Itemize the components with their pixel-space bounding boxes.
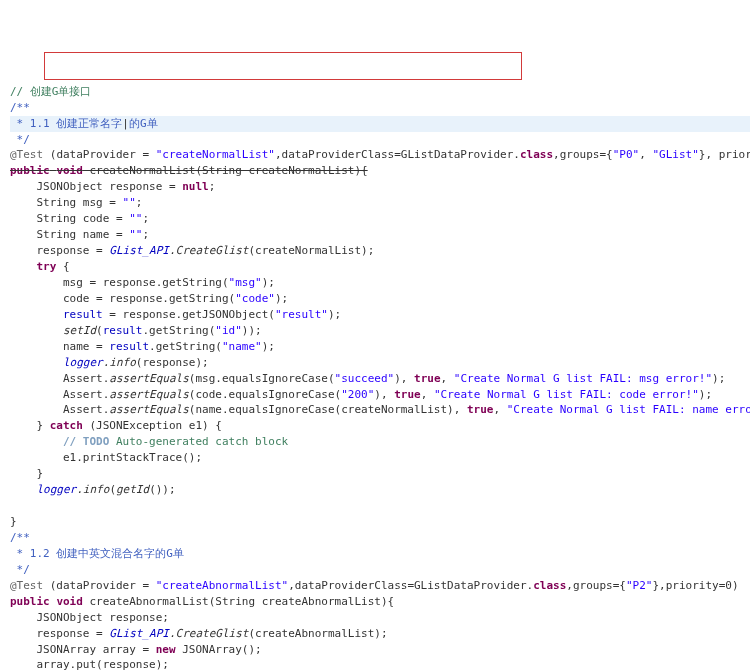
code-line: @Test (dataProvider = "createNormalList"… bbox=[10, 148, 750, 161]
code-line: logger.info(response); bbox=[10, 356, 209, 369]
code-line: Assert.assertEquals(name.equalsIgnoreCas… bbox=[10, 403, 750, 416]
code-line: setId(result.getString("id")); bbox=[10, 324, 262, 337]
code-line: array.put(response); bbox=[10, 658, 169, 671]
code-line: /** bbox=[10, 531, 30, 544]
code-line: // 创建G单接口 bbox=[10, 85, 92, 98]
code-line: String name = ""; bbox=[10, 228, 149, 241]
code-editor[interactable]: // 创建G单接口 /** * 1.1 创建正常名字|的G单 */ @Test … bbox=[10, 68, 750, 672]
code-line: logger.info(getId()); bbox=[10, 483, 176, 496]
code-line: public void createAbnormalList(String cr… bbox=[10, 595, 394, 608]
code-line: } bbox=[10, 515, 17, 528]
code-line: /** bbox=[10, 101, 30, 114]
code-line: */ bbox=[10, 563, 30, 576]
code-line: Assert.assertEquals(code.equalsIgnoreCas… bbox=[10, 388, 712, 401]
code-line: String code = ""; bbox=[10, 212, 149, 225]
code-line: String msg = ""; bbox=[10, 196, 142, 209]
code-line: * 1.2 创建中英文混合名字的G单 bbox=[10, 547, 184, 560]
code-line: public void createNormalList(String crea… bbox=[10, 164, 368, 177]
code-line: code = response.getString("code"); bbox=[10, 292, 288, 305]
code-line: Assert.assertEquals(msg.equalsIgnoreCase… bbox=[10, 372, 725, 385]
code-line: // TODO Auto-generated catch block bbox=[10, 435, 288, 448]
code-line: try { bbox=[10, 260, 70, 273]
code-line: } bbox=[10, 467, 43, 480]
code-line: response = GList_API.CreateGlist(createN… bbox=[10, 244, 374, 257]
code-line: e1.printStackTrace(); bbox=[10, 451, 202, 464]
code-line: } catch (JSONException e1) { bbox=[10, 419, 222, 432]
code-line: name = result.getString("name"); bbox=[10, 340, 275, 353]
code-line: result = response.getJSONObject("result"… bbox=[10, 308, 341, 321]
code-line: JSONObject response = null; bbox=[10, 180, 215, 193]
code-line: msg = response.getString("msg"); bbox=[10, 276, 275, 289]
highlighted-line: * 1.1 创建正常名字|的G单 bbox=[10, 116, 750, 132]
code-line: @Test (dataProvider = "createAbnormalLis… bbox=[10, 579, 739, 592]
code-line: JSONObject response; bbox=[10, 611, 169, 624]
code-line: response = GList_API.CreateGlist(createA… bbox=[10, 627, 388, 640]
code-line: JSONArray array = new JSONArray(); bbox=[10, 643, 262, 656]
code-line: */ bbox=[10, 133, 30, 146]
